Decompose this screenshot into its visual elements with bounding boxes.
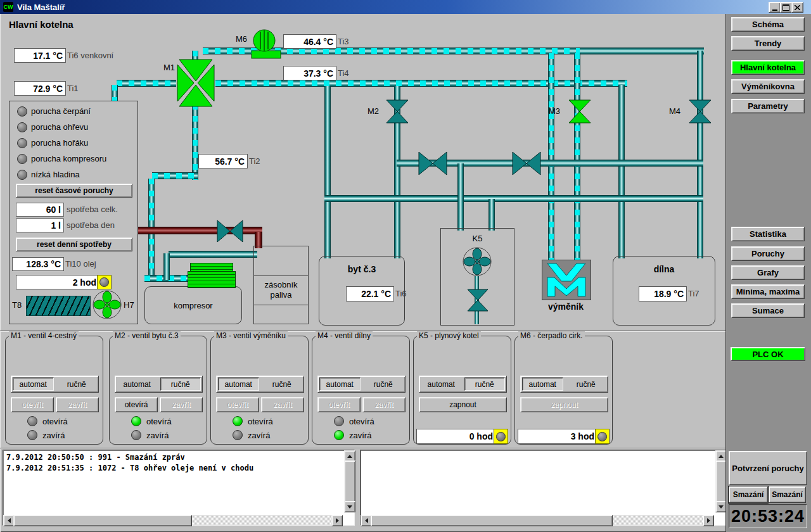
heat-exchanger-label: výměník (535, 301, 596, 312)
reset-daily-consumption-button[interactable]: reset denní spotřeby (16, 238, 132, 251)
nav-parametry[interactable]: Parametry (731, 99, 805, 113)
panel-m3-mode-auto[interactable]: automat (218, 377, 259, 391)
panel-m4-mode-manual[interactable]: ručně (363, 377, 404, 391)
maximize-button[interactable] (780, 2, 792, 13)
panel-m2-mode-manual[interactable]: ručně (160, 377, 201, 391)
panel-m3-led-closing (233, 430, 243, 440)
panel-m1-mode-manual[interactable]: ručně (56, 377, 98, 391)
event-log-left[interactable]: 7.9.2012 20:50:50 : 991 - Smazání zpráv … (3, 450, 355, 526)
control-panel-k5: K5 - plynový kotel automat ručně zapnout… (413, 336, 511, 445)
alarm-led-kompresoru (17, 154, 27, 164)
valve-row-a-right-icon (512, 151, 541, 176)
t8-label: T8 (12, 300, 22, 310)
pipe-dilna-left-vertical (618, 85, 625, 258)
nav-trendy[interactable]: Trendy (731, 36, 805, 51)
panel-m2-led-closing (131, 430, 141, 440)
plc-status-indicator: PLC OK (731, 347, 805, 361)
k5-gas-valve-icon (466, 289, 489, 312)
event-log-left-vscrollbar[interactable] (344, 450, 354, 512)
compressor-box: kompresor (144, 286, 242, 324)
panel-m6-switch-on-button[interactable]: zapnout (520, 397, 608, 412)
maximize-icon (782, 4, 789, 11)
k5-burner-fan-icon (462, 246, 492, 277)
valve-m1-4way-icon (176, 58, 216, 108)
panel-m2-mode-switch: automat ručně (115, 376, 203, 393)
panel-k5-mode-auto[interactable]: automat (421, 377, 462, 391)
control-panel-m2: M2 - ventil bytu č.3 automat ručně oteví… (109, 336, 207, 445)
panel-k5-switch-on-button[interactable]: zapnout (419, 397, 507, 412)
scroll-down-button[interactable] (344, 501, 355, 512)
nav-poruchy[interactable]: Poruchy (731, 246, 805, 261)
app-icon: CW (3, 2, 13, 12)
panel-m3-close-button[interactable]: zavřít (261, 397, 304, 412)
pipe-m4-vertical (697, 51, 703, 258)
panel-m3-mode-manual[interactable]: ručně (262, 377, 303, 391)
temp-ti7: 18.9 °C (639, 286, 687, 301)
panel-m4-close-button[interactable]: zavřít (362, 397, 406, 412)
nav-grafy[interactable]: Grafy (731, 265, 805, 280)
event-log-right[interactable] (360, 450, 726, 526)
pipe-ti2-horizontal (152, 172, 198, 179)
nav-vymenikovna[interactable]: Výměníkovna (731, 79, 805, 94)
pipe-supply-top-right (580, 48, 704, 54)
nav-minima-maxima[interactable]: Minima, maxima (731, 284, 805, 299)
panel-m1-open-button[interactable]: otevřít (11, 397, 54, 412)
panel-m2-open-button[interactable]: otevírá (115, 397, 158, 412)
panel-k5-mode-manual[interactable]: ručně (464, 377, 506, 391)
close-button[interactable] (791, 2, 803, 13)
consumption-daily-value: 1 l (16, 218, 64, 232)
nav-statistika[interactable]: Statistika (731, 227, 805, 241)
nav-hlavni-kotelna[interactable]: Hlavní kotelna (731, 60, 805, 75)
pipe-exchanger-left (548, 53, 554, 262)
event-log-right-vscrollbar[interactable] (715, 450, 725, 512)
hscroll-thumb[interactable] (371, 515, 613, 526)
clear-button-2[interactable]: Smazání (769, 486, 806, 503)
acknowledge-fault-button[interactable]: Potvrzení poruchy (729, 451, 807, 485)
heat-exchanger-logo-icon (546, 262, 587, 298)
consumption-total-value: 60 l (16, 203, 64, 217)
temp-ti2: 56.7 °C (198, 154, 248, 168)
panel-k5-mode-switch: automat ručně (419, 376, 507, 393)
pipe-row-b (324, 195, 703, 202)
nav-sumace[interactable]: Sumace (731, 303, 805, 318)
panel-m1-mode-auto[interactable]: automat (13, 377, 54, 391)
scroll-right-button[interactable] (331, 515, 343, 526)
clear-button-1[interactable]: Smazání (729, 486, 768, 503)
panel-m1-mode-switch: automat ručně (11, 376, 99, 393)
pipe-compressor-elbow-stub (163, 253, 170, 280)
reset-time-faults-button[interactable]: reset časové poruchy (16, 184, 132, 198)
temp-ti1: 72.9 °C (14, 81, 66, 96)
panel-m4-title: M4 - ventil dílny (316, 331, 373, 340)
alarm-led-ohrevu (17, 122, 27, 132)
alarm-label-kompresoru: porucha kompresoru (31, 154, 106, 163)
panel-m4-open-button[interactable]: otevřít (317, 397, 361, 412)
temp-ti1-label: Ti1 (67, 84, 79, 93)
panel-m3-open-button[interactable]: otevřít (216, 397, 259, 412)
alarm-led-cerpani (17, 106, 27, 117)
temp-ti2-label: Ti2 (249, 156, 260, 166)
panel-m6-mode-switch: automat ručně (520, 376, 608, 393)
valve-fuel-icon (217, 219, 243, 243)
valve-m4-label: M4 (669, 106, 680, 116)
valve-m1-label: M1 (163, 63, 175, 72)
event-log-right-hscrollbar[interactable] (361, 515, 714, 525)
heat-exchanger-box (542, 260, 591, 300)
arrow-down-icon (718, 505, 724, 509)
event-log-left-hscrollbar[interactable] (3, 515, 343, 525)
vscroll-thumb[interactable] (344, 460, 355, 504)
panel-m4-mode-auto[interactable]: automat (319, 377, 361, 391)
minimize-button[interactable] (769, 2, 781, 13)
panel-m1-close-button[interactable]: zavřít (56, 397, 99, 412)
panel-m3-led-opening-label: otevírá (248, 417, 273, 426)
scroll-right-button[interactable] (703, 515, 714, 526)
hscroll-thumb[interactable] (13, 515, 192, 526)
pipe-m1-left-feed (117, 80, 176, 87)
panel-m2-mode-auto[interactable]: automat (117, 377, 158, 391)
nav-schema[interactable]: Schéma (731, 17, 805, 32)
panel-m6-mode-auto[interactable]: automat (522, 377, 563, 391)
panel-m2-close-button[interactable]: zavřít (160, 397, 203, 412)
temp-ti6-outdoor-label: Ti6 venkovní (67, 51, 113, 60)
close-icon (795, 5, 800, 10)
panel-m6-title: M6 - čerpadlo cirk. (518, 331, 585, 340)
panel-m6-mode-manual[interactable]: ručně (566, 377, 607, 391)
